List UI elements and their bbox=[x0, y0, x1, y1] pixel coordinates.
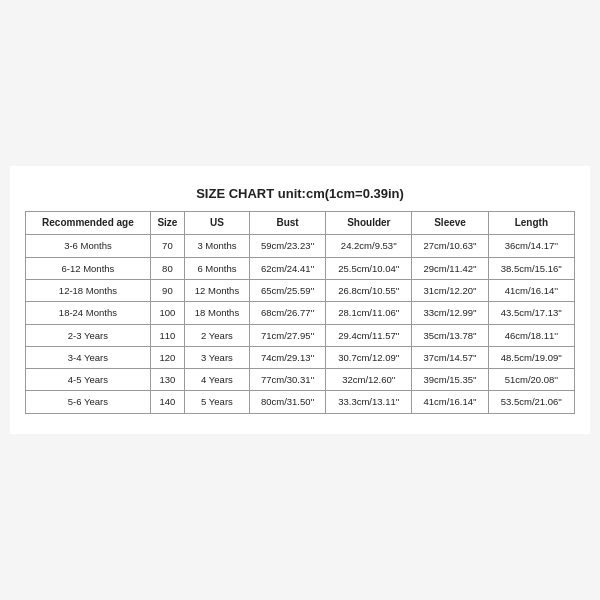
table-cell: 130 bbox=[150, 369, 184, 391]
table-cell: 70 bbox=[150, 235, 184, 257]
table-cell: 120 bbox=[150, 346, 184, 368]
table-row: 3-4 Years1203 Years74cm/29.13''30.7cm/12… bbox=[26, 346, 575, 368]
column-header: US bbox=[184, 212, 249, 235]
table-cell: 51cm/20.08'' bbox=[488, 369, 574, 391]
table-cell: 140 bbox=[150, 391, 184, 413]
table-row: 18-24 Months10018 Months68cm/26.77''28.1… bbox=[26, 302, 575, 324]
table-cell: 27cm/10.63'' bbox=[412, 235, 488, 257]
table-cell: 37cm/14.57'' bbox=[412, 346, 488, 368]
table-cell: 41cm/16.14'' bbox=[488, 279, 574, 301]
table-cell: 5-6 Years bbox=[26, 391, 151, 413]
table-row: 6-12 Months806 Months62cm/24.41''25.5cm/… bbox=[26, 257, 575, 279]
table-cell: 36cm/14.17'' bbox=[488, 235, 574, 257]
table-cell: 80 bbox=[150, 257, 184, 279]
table-cell: 29.4cm/11.57'' bbox=[326, 324, 412, 346]
chart-title: SIZE CHART unit:cm(1cm=0.39in) bbox=[25, 186, 575, 201]
column-header: Size bbox=[150, 212, 184, 235]
table-cell: 68cm/26.77'' bbox=[249, 302, 325, 324]
table-cell: 65cm/25.59'' bbox=[249, 279, 325, 301]
column-header: Sleeve bbox=[412, 212, 488, 235]
table-cell: 71cm/27.95'' bbox=[249, 324, 325, 346]
table-cell: 3 Months bbox=[184, 235, 249, 257]
table-cell: 74cm/29.13'' bbox=[249, 346, 325, 368]
table-cell: 35cm/13.78'' bbox=[412, 324, 488, 346]
table-cell: 62cm/24.41'' bbox=[249, 257, 325, 279]
table-cell: 43.5cm/17.13'' bbox=[488, 302, 574, 324]
table-cell: 18-24 Months bbox=[26, 302, 151, 324]
table-cell: 110 bbox=[150, 324, 184, 346]
table-cell: 3 Years bbox=[184, 346, 249, 368]
table-cell: 26.8cm/10.55'' bbox=[326, 279, 412, 301]
table-row: 2-3 Years1102 Years71cm/27.95''29.4cm/11… bbox=[26, 324, 575, 346]
table-cell: 100 bbox=[150, 302, 184, 324]
table-cell: 3-6 Months bbox=[26, 235, 151, 257]
table-cell: 41cm/16.14'' bbox=[412, 391, 488, 413]
table-cell: 77cm/30.31'' bbox=[249, 369, 325, 391]
table-cell: 25.5cm/10.04'' bbox=[326, 257, 412, 279]
table-cell: 12 Months bbox=[184, 279, 249, 301]
table-cell: 33.3cm/13.11'' bbox=[326, 391, 412, 413]
table-cell: 29cm/11.42'' bbox=[412, 257, 488, 279]
table-cell: 2-3 Years bbox=[26, 324, 151, 346]
table-cell: 3-4 Years bbox=[26, 346, 151, 368]
table-cell: 32cm/12.60'' bbox=[326, 369, 412, 391]
table-cell: 46cm/18.11'' bbox=[488, 324, 574, 346]
column-header: Length bbox=[488, 212, 574, 235]
column-header: Recommended age bbox=[26, 212, 151, 235]
table-row: 4-5 Years1304 Years77cm/30.31''32cm/12.6… bbox=[26, 369, 575, 391]
table-cell: 90 bbox=[150, 279, 184, 301]
table-cell: 6 Months bbox=[184, 257, 249, 279]
table-cell: 4-5 Years bbox=[26, 369, 151, 391]
table-cell: 33cm/12.99'' bbox=[412, 302, 488, 324]
table-cell: 28.1cm/11.06'' bbox=[326, 302, 412, 324]
table-cell: 12-18 Months bbox=[26, 279, 151, 301]
table-cell: 30.7cm/12.09'' bbox=[326, 346, 412, 368]
table-cell: 59cm/23.23'' bbox=[249, 235, 325, 257]
table-header-row: Recommended ageSizeUSBustShoulderSleeveL… bbox=[26, 212, 575, 235]
table-cell: 80cm/31.50'' bbox=[249, 391, 325, 413]
table-cell: 38.5cm/15.16'' bbox=[488, 257, 574, 279]
column-header: Bust bbox=[249, 212, 325, 235]
table-cell: 4 Years bbox=[184, 369, 249, 391]
table-row: 5-6 Years1405 Years80cm/31.50''33.3cm/13… bbox=[26, 391, 575, 413]
table-cell: 5 Years bbox=[184, 391, 249, 413]
table-cell: 18 Months bbox=[184, 302, 249, 324]
table-cell: 2 Years bbox=[184, 324, 249, 346]
table-row: 3-6 Months703 Months59cm/23.23''24.2cm/9… bbox=[26, 235, 575, 257]
size-table: Recommended ageSizeUSBustShoulderSleeveL… bbox=[25, 211, 575, 413]
table-cell: 39cm/15.35'' bbox=[412, 369, 488, 391]
table-cell: 24.2cm/9.53'' bbox=[326, 235, 412, 257]
table-row: 12-18 Months9012 Months65cm/25.59''26.8c… bbox=[26, 279, 575, 301]
table-cell: 48.5cm/19.09'' bbox=[488, 346, 574, 368]
table-cell: 31cm/12.20'' bbox=[412, 279, 488, 301]
column-header: Shoulder bbox=[326, 212, 412, 235]
size-chart-container: SIZE CHART unit:cm(1cm=0.39in) Recommend… bbox=[10, 166, 590, 433]
table-cell: 53.5cm/21.06'' bbox=[488, 391, 574, 413]
table-cell: 6-12 Months bbox=[26, 257, 151, 279]
